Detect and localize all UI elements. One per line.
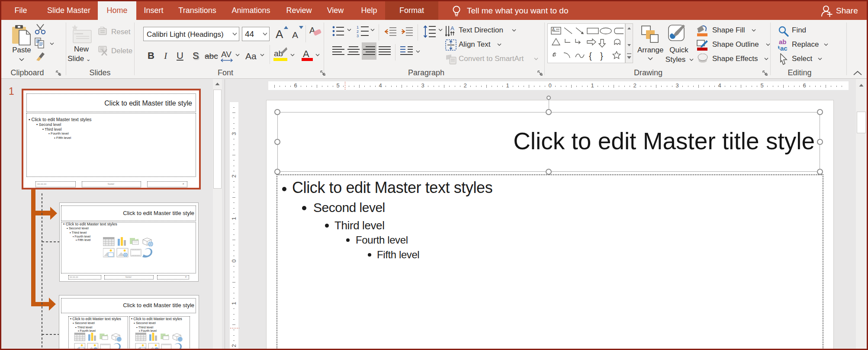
svg-text:2: 2 — [357, 29, 359, 34]
svg-text:}: } — [600, 51, 603, 61]
svg-text:ac: ac — [780, 45, 788, 52]
svg-text:1: 1 — [357, 25, 359, 29]
svg-text:{: { — [589, 51, 592, 61]
svg-text:3: 3 — [357, 34, 359, 38]
svg-text:A: A — [450, 25, 454, 32]
svg-text:A: A — [552, 27, 555, 32]
